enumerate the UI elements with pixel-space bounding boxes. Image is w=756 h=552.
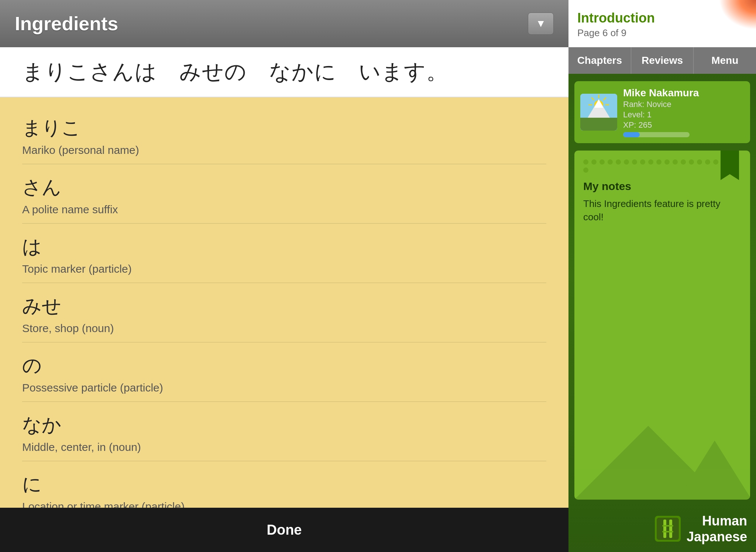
ingredient-japanese: みせ bbox=[22, 293, 546, 319]
ingredient-item: まりこ Mariko (personal name) bbox=[22, 105, 546, 164]
notes-content: This Ingredients feature is pretty cool! bbox=[583, 197, 741, 224]
bookmark-icon bbox=[721, 151, 739, 180]
ingredient-japanese: まりこ bbox=[22, 115, 546, 141]
ingredient-japanese: なか bbox=[22, 412, 546, 438]
ingredient-english: Topic marker (particle) bbox=[22, 263, 546, 275]
sentence-bar: まりこさんは みせの なかに います。 bbox=[0, 47, 568, 97]
svg-rect-1 bbox=[580, 118, 617, 131]
user-level: Level: 1 bbox=[623, 110, 744, 120]
dropdown-button[interactable] bbox=[528, 13, 554, 35]
svg-rect-19 bbox=[662, 531, 673, 532]
user-xp: XP: 265 bbox=[623, 120, 744, 130]
svg-rect-15 bbox=[657, 518, 679, 540]
logo-text: Human Japanese bbox=[687, 513, 747, 545]
ingredients-list: まりこ Mariko (personal name) さん A polite n… bbox=[0, 97, 568, 508]
notes-dots-decoration bbox=[583, 159, 741, 173]
ingredient-item: は Topic marker (particle) bbox=[22, 224, 546, 283]
notes-section: My notes This Ingredients feature is pre… bbox=[574, 151, 750, 500]
ingredient-item: さん A polite name suffix bbox=[22, 164, 546, 224]
nav-tabs: Chapters Reviews Menu bbox=[568, 47, 756, 74]
ingredient-english: Store, shop (noun) bbox=[22, 322, 546, 335]
ingredient-english: Middle, center, in (noun) bbox=[22, 441, 546, 453]
user-name: Mike Nakamura bbox=[623, 87, 744, 99]
ingredient-item: みせ Store, shop (noun) bbox=[22, 283, 546, 342]
left-panel: Ingredients まりこさんは みせの なかに います。 まりこ Mari… bbox=[0, 0, 568, 552]
ingredient-japanese: に bbox=[22, 472, 546, 497]
sentence-text: まりこさんは みせの なかに います。 bbox=[22, 58, 449, 86]
xp-bar-fill bbox=[623, 132, 640, 137]
human-japanese-logo: Human Japanese bbox=[568, 506, 756, 552]
right-panel: Introduction Page 6 of 9 Chapters Review… bbox=[568, 0, 756, 552]
ingredient-item: の Possessive particle (particle) bbox=[22, 342, 546, 402]
notes-title: My notes bbox=[583, 180, 741, 193]
ingredient-english: Mariko (personal name) bbox=[22, 144, 546, 156]
svg-rect-18 bbox=[662, 525, 673, 527]
ingredient-japanese: は bbox=[22, 234, 546, 260]
ingredients-header: Ingredients bbox=[0, 0, 568, 47]
tab-menu[interactable]: Menu bbox=[694, 47, 756, 74]
ingredients-title: Ingredients bbox=[15, 13, 528, 35]
tab-reviews[interactable]: Reviews bbox=[631, 47, 694, 74]
user-info: Mike Nakamura Rank: Novice Level: 1 XP: … bbox=[623, 87, 744, 137]
ingredient-japanese: さん bbox=[22, 175, 546, 200]
user-card: Mike Nakamura Rank: Novice Level: 1 XP: … bbox=[574, 81, 750, 143]
ingredient-english: A polite name suffix bbox=[22, 203, 546, 216]
intro-header: Introduction Page 6 of 9 bbox=[568, 0, 756, 47]
ingredient-english: Possessive particle (particle) bbox=[22, 382, 546, 394]
ingredient-item: に Location or time marker (particle) bbox=[22, 461, 546, 508]
intro-title: Introduction bbox=[577, 10, 747, 26]
intro-page: Page 6 of 9 bbox=[577, 27, 747, 39]
svg-rect-16 bbox=[663, 520, 666, 538]
done-button[interactable]: Done bbox=[245, 518, 324, 542]
ingredient-item: なか Middle, center, in (noun) bbox=[22, 402, 546, 461]
svg-rect-17 bbox=[669, 520, 672, 538]
logo-icon bbox=[655, 516, 681, 542]
ingredient-english: Location or time marker (particle) bbox=[22, 500, 546, 508]
user-rank: Rank: Novice bbox=[623, 100, 744, 109]
avatar bbox=[580, 94, 617, 131]
xp-bar-background bbox=[623, 132, 690, 137]
bottom-bar: Done bbox=[0, 508, 568, 552]
ingredient-japanese: の bbox=[22, 353, 546, 379]
tab-chapters[interactable]: Chapters bbox=[568, 47, 631, 74]
